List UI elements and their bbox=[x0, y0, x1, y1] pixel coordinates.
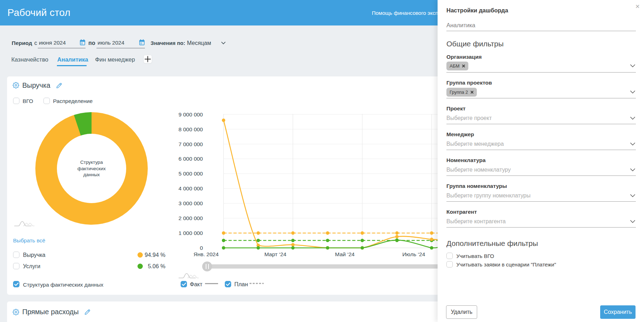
svg-text:Март ‘24: Март ‘24 bbox=[264, 251, 286, 257]
svg-text:Май ‘24: Май ‘24 bbox=[335, 251, 355, 257]
svg-text:7 000 000: 7 000 000 bbox=[178, 141, 203, 147]
svg-text:2 000 000: 2 000 000 bbox=[178, 215, 203, 221]
svg-text:0: 0 bbox=[200, 245, 203, 251]
svg-text:Июль ‘24: Июль ‘24 bbox=[402, 251, 425, 257]
svg-text:8 000 000: 8 000 000 bbox=[178, 126, 203, 132]
svg-text:9 000 000: 9 000 000 bbox=[178, 111, 203, 117]
svg-text:6 000 000: 6 000 000 bbox=[178, 156, 203, 162]
svg-text:1 000 000: 1 000 000 bbox=[178, 230, 203, 236]
svg-text:3 000 000: 3 000 000 bbox=[178, 200, 203, 206]
svg-text:Янв. 2024: Янв. 2024 bbox=[193, 251, 218, 257]
svg-text:5 000 000: 5 000 000 bbox=[178, 171, 203, 177]
svg-text:4 000 000: 4 000 000 bbox=[178, 185, 203, 191]
